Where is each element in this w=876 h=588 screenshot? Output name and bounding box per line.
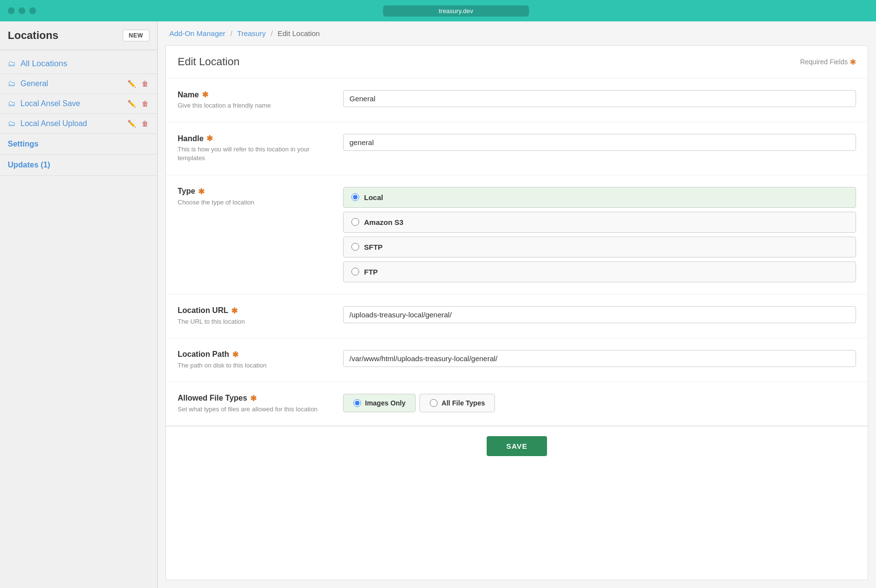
type-option-amazon-s3[interactable]: Amazon S3 — [343, 212, 856, 233]
handle-input[interactable] — [343, 134, 856, 151]
trash-icon: 🗑 — [142, 80, 148, 88]
app-body: Locations NEW 🗂 All Locations 🗂 General … — [0, 21, 876, 588]
allowed-file-types-desc: Set what types of files are allowed for … — [178, 405, 331, 414]
sidebar-item-general-label: General — [20, 79, 127, 88]
form-body: Name ✱ Give this location a friendly nam… — [166, 78, 868, 426]
handle-label: Handle ✱ — [178, 134, 331, 143]
edit-panel: Edit Location Required Fields ✱ Name ✱ G… — [165, 45, 868, 580]
type-required-asterisk: ✱ — [198, 187, 204, 196]
file-type-all-files[interactable]: All File Types — [420, 394, 495, 412]
sidebar-item-local-ansel-upload[interactable]: 🗂 Local Ansel Upload ✏️ 🗑 — [0, 114, 157, 134]
sidebar-updates-link[interactable]: Updates (1) — [0, 155, 157, 176]
form-control-col-type: Local Amazon S3 SFTP FTP — [343, 187, 856, 282]
type-option-ftp[interactable]: FTP — [343, 261, 856, 282]
required-fields-text: Required Fields — [800, 58, 848, 66]
save-bar: SAVE — [166, 426, 868, 466]
main-content: Add-On Manager / Treasury / Edit Locatio… — [158, 21, 876, 588]
type-label: Type ✱ — [178, 187, 331, 196]
location-path-input[interactable] — [343, 350, 856, 367]
form-label-col-allowed-file-types: Allowed File Types ✱ Set what types of f… — [178, 394, 343, 414]
folder-icon: 🗂 — [8, 99, 16, 108]
form-row-location-url: Location URL ✱ The URL to this location — [166, 294, 868, 338]
sidebar-title: Locations — [8, 29, 58, 42]
form-control-col-allowed-file-types: Images Only All File Types — [343, 394, 856, 412]
type-radio-amazon-s3[interactable] — [351, 218, 359, 226]
breadcrumb-addon-manager[interactable]: Add-On Manager — [169, 29, 225, 37]
file-type-options: Images Only All File Types — [343, 394, 856, 412]
type-option-local[interactable]: Local — [343, 187, 856, 208]
sidebar-item-local-ansel-upload-label: Local Ansel Upload — [20, 119, 127, 128]
sidebar-all-locations-label: All Locations — [20, 59, 149, 69]
close-traffic-light[interactable] — [8, 7, 15, 14]
settings-anchor[interactable]: Settings — [8, 140, 38, 148]
all-file-types-label: All File Types — [441, 399, 485, 407]
breadcrumb-sep-2: / — [271, 29, 273, 37]
location-url-desc: The URL to this location — [178, 317, 331, 326]
save-button[interactable]: SAVE — [487, 436, 547, 456]
location-path-desc: The path on disk to this location — [178, 361, 331, 370]
file-type-all-radio[interactable] — [430, 399, 438, 407]
form-control-col-location-path — [343, 350, 856, 367]
sidebar-nav: 🗂 All Locations 🗂 General ✏️ 🗑 🗂 — [0, 50, 157, 180]
location-path-required-asterisk: ✱ — [232, 350, 238, 359]
type-radio-local[interactable] — [351, 193, 359, 201]
sidebar: Locations NEW 🗂 All Locations 🗂 General … — [0, 21, 158, 588]
trash-icon: 🗑 — [142, 100, 148, 108]
fullscreen-traffic-light[interactable] — [29, 7, 36, 14]
form-control-col-name — [343, 90, 856, 107]
new-location-button[interactable]: NEW — [123, 30, 150, 41]
images-only-label: Images Only — [365, 399, 405, 407]
sidebar-item-all-locations[interactable]: 🗂 All Locations — [0, 54, 157, 74]
form-row-allowed-file-types: Allowed File Types ✱ Set what types of f… — [166, 382, 868, 426]
url-bar: treasury.dev — [44, 5, 868, 17]
location-url-input[interactable] — [343, 306, 856, 323]
folder-icon: 🗂 — [8, 119, 16, 128]
edit-icon: ✏️ — [128, 120, 136, 128]
delete-general-button[interactable]: 🗑 — [141, 79, 149, 89]
sidebar-item-local-ansel-save[interactable]: 🗂 Local Ansel Save ✏️ 🗑 — [0, 94, 157, 114]
name-input[interactable] — [343, 90, 856, 107]
handle-desc: This is how you will refer to this locat… — [178, 145, 331, 163]
name-desc: Give this location a friendly name — [178, 101, 331, 110]
breadcrumb-current: Edit Location — [277, 29, 320, 37]
edit-local-ansel-upload-button[interactable]: ✏️ — [127, 119, 137, 129]
file-type-images-radio[interactable] — [353, 399, 361, 407]
required-fields-label: Required Fields ✱ — [800, 57, 856, 67]
form-row-handle: Handle ✱ This is how you will refer to t… — [166, 122, 868, 175]
type-local-label: Local — [364, 193, 383, 202]
allowed-file-types-required-asterisk: ✱ — [250, 394, 256, 403]
item-actions-general: ✏️ 🗑 — [127, 79, 149, 89]
updates-anchor[interactable]: Updates (1) — [8, 161, 50, 169]
file-type-images-only[interactable]: Images Only — [343, 394, 416, 412]
item-actions-local-ansel-upload: ✏️ 🗑 — [127, 119, 149, 129]
handle-required-asterisk: ✱ — [206, 134, 213, 143]
breadcrumb-treasury[interactable]: Treasury — [237, 29, 266, 37]
type-radio-ftp[interactable] — [351, 268, 359, 276]
form-row-type: Type ✱ Choose the type of location Local… — [166, 175, 868, 294]
folder-icon: 🗂 — [8, 79, 16, 88]
type-radio-sftp[interactable] — [351, 243, 359, 251]
sidebar-item-general[interactable]: 🗂 General ✏️ 🗑 — [0, 74, 157, 94]
form-label-col-type: Type ✱ Choose the type of location — [178, 187, 343, 207]
edit-panel-header: Edit Location Required Fields ✱ — [166, 46, 868, 78]
minimize-traffic-light[interactable] — [18, 7, 25, 14]
form-control-col-handle — [343, 134, 856, 151]
item-actions-local-ansel-save: ✏️ 🗑 — [127, 99, 149, 109]
traffic-lights — [8, 7, 36, 14]
form-row-name: Name ✱ Give this location a friendly nam… — [166, 78, 868, 122]
edit-local-ansel-save-button[interactable]: ✏️ — [127, 99, 137, 109]
delete-local-ansel-save-button[interactable]: 🗑 — [141, 99, 149, 109]
type-option-sftp[interactable]: SFTP — [343, 237, 856, 257]
titlebar: treasury.dev — [0, 0, 876, 21]
form-label-col-location-url: Location URL ✱ The URL to this location — [178, 306, 343, 326]
type-sftp-label: SFTP — [364, 243, 383, 251]
form-row-location-path: Location Path ✱ The path on disk to this… — [166, 338, 868, 382]
edit-general-button[interactable]: ✏️ — [127, 79, 137, 89]
allowed-file-types-label: Allowed File Types ✱ — [178, 394, 331, 403]
delete-local-ansel-upload-button[interactable]: 🗑 — [141, 119, 149, 129]
edit-icon: ✏️ — [128, 80, 136, 88]
sidebar-settings-link[interactable]: Settings — [0, 134, 157, 155]
form-label-col-location-path: Location Path ✱ The path on disk to this… — [178, 350, 343, 370]
breadcrumb-sep-1: / — [230, 29, 232, 37]
url-display[interactable]: treasury.dev — [383, 5, 529, 17]
